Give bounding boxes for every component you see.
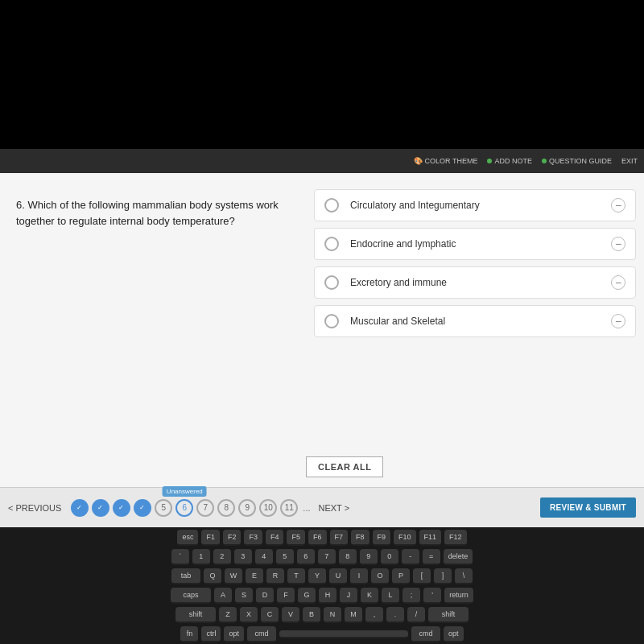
key-1[interactable]: 1 bbox=[192, 549, 210, 565]
key-b[interactable]: B bbox=[303, 607, 320, 623]
key-f5[interactable]: F5 bbox=[287, 530, 305, 546]
radio-b[interactable] bbox=[324, 237, 339, 251]
answer-option-b[interactable]: Endocrine and lymphatic − bbox=[314, 228, 636, 260]
key-x[interactable]: X bbox=[240, 607, 258, 623]
key-h[interactable]: H bbox=[319, 588, 336, 604]
nav-num-1[interactable]: ✓ bbox=[71, 499, 89, 517]
key-tab[interactable]: tab bbox=[171, 568, 200, 584]
key-comma[interactable]: , bbox=[365, 607, 383, 623]
key-s[interactable]: S bbox=[235, 588, 253, 604]
key-opt-left[interactable]: opt bbox=[224, 626, 244, 642]
review-submit-button[interactable]: REVIEW & SUBMIT bbox=[540, 497, 636, 518]
key-shift-left[interactable]: shift bbox=[175, 607, 216, 623]
next-button[interactable]: NEXT > bbox=[319, 503, 350, 513]
key-f12[interactable]: F12 bbox=[444, 530, 467, 546]
key-f[interactable]: F bbox=[277, 588, 295, 604]
key-w[interactable]: W bbox=[225, 568, 242, 584]
key-a[interactable]: A bbox=[214, 588, 232, 604]
key-slash[interactable]: / bbox=[407, 607, 425, 623]
key-f9[interactable]: F9 bbox=[373, 530, 391, 546]
eliminate-c-icon[interactable]: − bbox=[611, 275, 625, 290]
key-k[interactable]: K bbox=[361, 588, 378, 604]
nav-num-5[interactable]: 5 bbox=[155, 499, 172, 517]
eliminate-d-icon[interactable]: − bbox=[611, 314, 625, 328]
exit-label[interactable]: EXIT bbox=[621, 157, 638, 165]
key-2[interactable]: 2 bbox=[213, 549, 231, 565]
key-e[interactable]: E bbox=[246, 568, 263, 584]
key-f4[interactable]: F4 bbox=[266, 530, 284, 546]
key-i[interactable]: I bbox=[350, 568, 368, 584]
key-space[interactable] bbox=[279, 630, 408, 638]
key-y[interactable]: Y bbox=[308, 568, 326, 584]
key-f6[interactable]: F6 bbox=[308, 530, 327, 546]
key-0[interactable]: 0 bbox=[381, 549, 398, 565]
key-return[interactable]: return bbox=[444, 588, 473, 604]
key-backtick[interactable]: ` bbox=[171, 549, 189, 565]
key-ctrl[interactable]: ctrl bbox=[201, 626, 221, 642]
clear-all-button[interactable]: CLEAR ALL bbox=[306, 456, 383, 477]
key-l[interactable]: L bbox=[382, 588, 399, 604]
answer-option-c[interactable]: Excretory and immune − bbox=[314, 266, 636, 299]
nav-num-11[interactable]: 11 bbox=[280, 499, 298, 517]
key-f1[interactable]: F1 bbox=[201, 530, 220, 546]
key-opt-right[interactable]: opt bbox=[444, 626, 464, 642]
key-caps[interactable]: caps bbox=[171, 588, 211, 604]
key-f7[interactable]: F7 bbox=[330, 530, 349, 546]
key-bracket-open[interactable]: [ bbox=[413, 568, 431, 584]
key-f3[interactable]: F3 bbox=[244, 530, 262, 546]
key-o[interactable]: O bbox=[371, 568, 389, 584]
key-v[interactable]: V bbox=[282, 607, 299, 623]
key-3[interactable]: 3 bbox=[234, 549, 252, 565]
key-u[interactable]: U bbox=[329, 568, 347, 584]
key-backslash[interactable]: \ bbox=[455, 568, 473, 584]
key-7[interactable]: 7 bbox=[318, 549, 336, 565]
key-6[interactable]: 6 bbox=[297, 549, 315, 565]
key-g[interactable]: G bbox=[298, 588, 316, 604]
previous-button[interactable]: < PREVIOUS bbox=[8, 503, 61, 513]
nav-num-8[interactable]: 8 bbox=[217, 499, 235, 517]
key-9[interactable]: 9 bbox=[360, 549, 378, 565]
answer-option-a[interactable]: Circulatory and Integumentary − bbox=[314, 189, 636, 221]
key-f8[interactable]: F8 bbox=[351, 530, 369, 546]
radio-c[interactable] bbox=[324, 275, 339, 290]
key-f2[interactable]: F2 bbox=[223, 530, 242, 546]
radio-a[interactable] bbox=[324, 198, 339, 213]
key-fn[interactable]: fn bbox=[180, 626, 198, 642]
key-j[interactable]: J bbox=[340, 588, 357, 604]
nav-num-3[interactable]: ✓ bbox=[113, 499, 130, 517]
add-note-label[interactable]: ADD NOTE bbox=[487, 157, 532, 165]
key-p[interactable]: P bbox=[392, 568, 410, 584]
nav-num-7[interactable]: 7 bbox=[196, 499, 214, 517]
key-cmd-left[interactable]: cmd bbox=[247, 626, 276, 642]
nav-num-9[interactable]: 9 bbox=[238, 499, 256, 517]
key-f11[interactable]: F11 bbox=[419, 530, 442, 546]
question-guide-label[interactable]: QUESTION GUIDE bbox=[542, 157, 612, 165]
key-bracket-close[interactable]: ] bbox=[434, 568, 452, 584]
nav-num-10[interactable]: 10 bbox=[259, 499, 277, 517]
eliminate-a-icon[interactable]: − bbox=[611, 198, 625, 213]
key-q[interactable]: Q bbox=[204, 568, 221, 584]
key-esc[interactable]: esc bbox=[177, 530, 198, 546]
key-delete[interactable]: delete bbox=[444, 549, 473, 565]
key-5[interactable]: 5 bbox=[276, 549, 294, 565]
key-period[interactable]: . bbox=[386, 607, 404, 623]
key-quote[interactable]: ' bbox=[423, 588, 441, 604]
nav-num-2[interactable]: ✓ bbox=[92, 499, 109, 517]
key-f10[interactable]: F10 bbox=[394, 530, 416, 546]
key-4[interactable]: 4 bbox=[255, 549, 273, 565]
key-semicolon[interactable]: ; bbox=[402, 588, 420, 604]
key-8[interactable]: 8 bbox=[339, 549, 357, 565]
key-shift-right[interactable]: shift bbox=[428, 607, 469, 623]
key-z[interactable]: Z bbox=[219, 607, 237, 623]
key-m[interactable]: M bbox=[345, 607, 362, 623]
key-n[interactable]: N bbox=[324, 607, 341, 623]
key-c[interactable]: C bbox=[261, 607, 279, 623]
key-t[interactable]: T bbox=[287, 568, 305, 584]
radio-d[interactable] bbox=[324, 314, 339, 328]
nav-num-4[interactable]: ✓ bbox=[134, 499, 151, 517]
key-minus[interactable]: - bbox=[402, 549, 419, 565]
key-r[interactable]: R bbox=[266, 568, 284, 584]
nav-num-6[interactable]: Unanswered 6 bbox=[175, 499, 193, 517]
key-d[interactable]: D bbox=[256, 588, 274, 604]
answer-option-d[interactable]: Muscular and Skeletal − bbox=[314, 305, 636, 337]
